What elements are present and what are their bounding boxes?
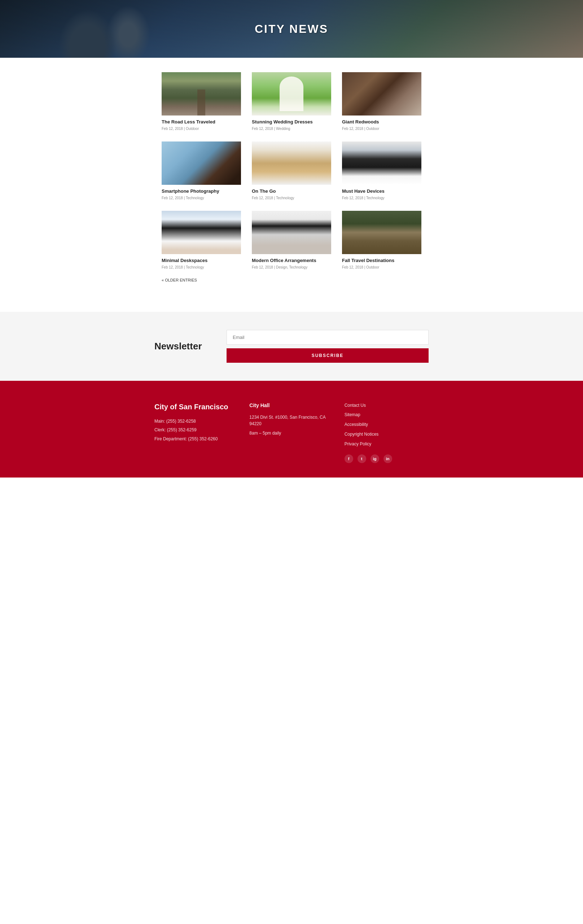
footer-fire-phone: Fire Department: (255) 352-6260 [155,436,239,442]
article-title-7: Minimal Deskspaces [161,258,241,264]
footer-col-city: City of San Francisco Main: (255) 352-62… [155,403,239,463]
article-title-5: On The Go [252,188,331,195]
article-meta-9: Feb 12, 2018 | Outdoor [342,265,422,269]
news-card-2[interactable]: Stunning Wedding DressesFeb 12, 2018 | W… [252,72,331,131]
article-image-4 [161,142,241,185]
newsletter-form: SUBSCRIBE [227,330,428,363]
linkedin-icon[interactable]: in [384,454,392,463]
hero-title: CITY NEWS [255,22,328,36]
article-meta-2: Feb 12, 2018 | Wedding [252,127,331,131]
footer-inner: City of San Francisco Main: (255) 352-62… [155,403,428,463]
article-image-3 [342,72,422,116]
email-input[interactable] [227,330,428,345]
news-card-4[interactable]: Smartphone PhotographyFeb 12, 2018 | Tec… [161,142,241,200]
article-meta-4: Feb 12, 2018 | Technology [161,196,241,200]
news-card-8[interactable]: Modern Office ArrangementsFeb 12, 2018 |… [252,211,331,269]
article-meta-5: Feb 12, 2018 | Technology [252,196,331,200]
footer-hours: 8am – 5pm daily [249,431,333,436]
instagram-icon[interactable]: ig [371,454,379,463]
subscribe-button[interactable]: SUBSCRIBE [227,348,428,363]
footer-main-phone: Main: (255) 352-6258 [155,418,239,424]
article-title-2: Stunning Wedding Dresses [252,119,331,125]
news-card-7[interactable]: Minimal DeskspacesFeb 12, 2018 | Technol… [161,211,241,269]
footer-link-contact[interactable]: Contact Us [344,403,428,409]
article-meta-6: Feb 12, 2018 | Technology [342,196,422,200]
footer-address: 1234 Divi St. #1000, San Francisco, CA 9… [249,414,333,427]
article-image-1 [161,72,241,116]
news-card-6[interactable]: Must Have DevicesFeb 12, 2018 | Technolo… [342,142,422,200]
article-meta-1: Feb 12, 2018 | Outdoor [161,127,241,131]
news-card-5[interactable]: On The GoFeb 12, 2018 | Technology [252,142,331,200]
social-icons: f t ig in [344,454,428,463]
footer-link-sitemap[interactable]: Sitemap [344,412,428,418]
article-image-9 [342,211,422,254]
twitter-icon[interactable]: t [357,454,366,463]
footer: City of San Francisco Main: (255) 352-62… [0,381,583,477]
news-card-3[interactable]: Giant RedwoodsFeb 12, 2018 | Outdoor [342,72,422,131]
article-meta-8: Feb 12, 2018 | Design, Technology [252,265,331,269]
article-image-6 [342,142,422,185]
footer-link-accessibility[interactable]: Accessibility [344,422,428,428]
footer-clerk-phone: Clerk: (255) 352-6259 [155,427,239,433]
article-meta-7: Feb 12, 2018 | Technology [161,265,241,269]
article-image-2 [252,72,331,116]
newsletter-section: Newsletter SUBSCRIBE [0,312,583,381]
footer-col-links: Contact Us Sitemap Accessibility Copyrig… [344,403,428,463]
newsletter-title: Newsletter [155,341,205,352]
facebook-icon[interactable]: f [344,454,353,463]
article-title-3: Giant Redwoods [342,119,422,125]
article-image-8 [252,211,331,254]
article-image-5 [252,142,331,185]
main-content: The Road Less TraveledFeb 12, 2018 | Out… [155,58,428,312]
footer-city-title: City of San Francisco [155,403,239,411]
article-image-7 [161,211,241,254]
footer-link-privacy[interactable]: Privacy Policy [344,441,428,447]
article-title-8: Modern Office Arrangements [252,258,331,264]
footer-cityhall-header: City Hall [249,403,333,408]
article-title-9: Fall Travel Destinations [342,258,422,264]
footer-link-copyright[interactable]: Copyright Notices [344,431,428,437]
article-meta-3: Feb 12, 2018 | Outdoor [342,127,422,131]
older-entries-link[interactable]: « OLDER ENTRIES [161,278,197,282]
article-title-6: Must Have Devices [342,188,422,195]
news-card-1[interactable]: The Road Less TraveledFeb 12, 2018 | Out… [161,72,241,131]
hero-banner: CITY NEWS [0,0,583,58]
news-grid: The Road Less TraveledFeb 12, 2018 | Out… [161,72,422,269]
article-title-1: The Road Less Traveled [161,119,241,125]
newsletter-inner: Newsletter SUBSCRIBE [155,330,428,363]
news-card-9[interactable]: Fall Travel DestinationsFeb 12, 2018 | O… [342,211,422,269]
article-title-4: Smartphone Photography [161,188,241,195]
older-entries-nav[interactable]: « OLDER ENTRIES [161,277,422,283]
footer-col-cityhall: City Hall 1234 Divi St. #1000, San Franc… [249,403,333,463]
